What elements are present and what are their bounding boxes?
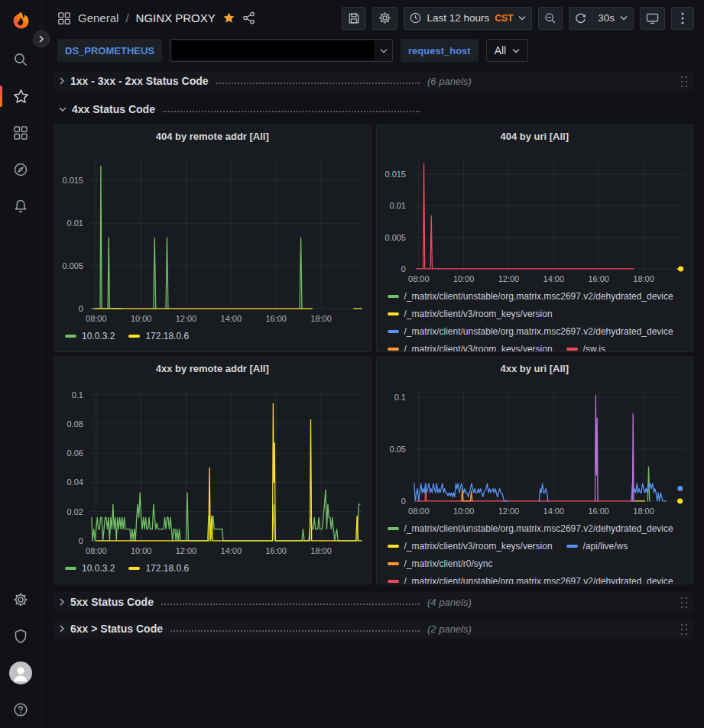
svg-text:14:00: 14:00 [543,274,563,283]
host-variable-label[interactable]: request_host [401,39,479,62]
legend-item[interactable]: 172.18.0.6 [128,563,189,574]
legend-item[interactable]: /_matrix/client/unstable/org.matrix.msc2… [388,576,673,584]
chart-canvas[interactable]: 08:0010:0012:0014:0016:0018:0000.0050.01… [377,147,693,287]
legend-row: 10.0.3.2172.18.0.6 [65,327,363,345]
legend-swatch [388,330,399,333]
panel-title[interactable]: 4xx by uri [All] [377,358,693,379]
chevron-down-icon [518,15,526,21]
sidebar-item-starred[interactable] [0,78,42,115]
dashboard-title[interactable]: NGINX PROXY [136,11,216,24]
tv-icon [646,12,659,24]
chart-legend: 10.0.3.2172.18.0.6 [54,327,371,345]
chevron-down-icon [620,15,628,21]
svg-text:0.01: 0.01 [67,218,83,228]
row-drag-handle[interactable] [680,75,688,88]
chart-canvas[interactable]: 08:0010:0012:0014:0016:0018:0000.020.040… [54,379,371,559]
chevron-right-icon [59,598,65,606]
svg-text:18:00: 18:00 [310,314,331,323]
row-panel-count: (6 panels) [427,76,472,87]
row-drag-handle[interactable] [680,596,688,609]
dotted-leader [216,83,420,84]
chevron-down-icon [59,106,67,112]
legend-item[interactable]: 172.18.0.6 [128,331,189,341]
svg-text:0.01: 0.01 [389,201,405,210]
timezone-label: CST [495,13,513,24]
dashboard-settings-button[interactable] [372,7,397,30]
grafana-logo-icon [11,11,31,31]
svg-text:0.1: 0.1 [72,390,83,400]
chevron-slot [375,48,392,53]
chart-canvas[interactable]: 08:0010:0012:0014:0016:0018:0000.0050.01… [54,147,371,327]
legend-label: 172.18.0.6 [145,563,189,574]
refresh-interval-picker[interactable]: 30s [592,7,634,30]
legend-item[interactable]: /_matrix/client/v3/room_keys/version [388,309,553,319]
datasource-select[interactable] [170,39,393,62]
panel-title[interactable]: 404 by remote addr [All] [54,125,371,147]
gear-icon [13,592,28,607]
legend-item[interactable]: /_matrix/client/v3/room_keys/version [388,344,553,352]
sidebar-bottom-group [0,581,42,728]
row-panel-count: (2 panels) [427,623,472,635]
save-dashboard-button[interactable] [342,7,366,30]
panel-title[interactable]: 404 by uri [All] [377,125,693,147]
apps-grid-icon [57,11,71,25]
sidebar-item-profile[interactable] [0,655,42,691]
toolbar: Last 12 hours CST [342,7,694,30]
legend-item[interactable]: 10.0.3.2 [65,331,115,341]
sidebar-item-dashboards[interactable] [0,115,42,151]
datasource-variable-label[interactable]: DS_PROMETHEUS [57,39,162,62]
sidebar-item-server-admin[interactable] [0,618,42,655]
sidebar-item-search[interactable] [0,41,42,78]
sidebar-item-explore[interactable] [0,151,42,188]
sidebar-item-alerting[interactable] [0,188,42,225]
time-range-picker[interactable]: Last 12 hours CST [404,7,532,30]
chart-legend: 10.0.3.2172.18.0.6 [54,559,371,577]
chevron-down-icon [380,48,388,53]
gear-icon [378,11,391,24]
svg-text:16:00: 16:00 [265,314,286,323]
legend-row: /_matrix/client/r0/sync [388,555,686,572]
breadcrumb-folder[interactable]: General [78,11,118,24]
svg-text:0: 0 [79,304,83,313]
row-title: 4xx Status Code [72,103,155,115]
search-icon [13,52,28,67]
panel-4xx-by-uri: 4xx by uri [All] 08:0010:0012:0014:0016:… [376,357,694,584]
legend-item[interactable]: /sw.js [566,344,605,352]
chevron-right-icon [59,77,65,85]
legend-item[interactable]: 10.0.3.2 [65,563,115,574]
chart-canvas[interactable]: 08:0010:0012:0014:0016:0018:0000.050.1 [377,379,693,519]
refresh-button[interactable] [569,7,592,30]
favorite-star-icon[interactable] [222,11,235,24]
row-drag-handle[interactable] [680,623,688,636]
row-header-1xx-3xx-2xx[interactable]: 1xx - 3xx - 2xx Status Code (6 panels) [54,71,693,91]
row-header-6xx[interactable]: 6xx > Status Code (2 panels) [54,619,693,639]
legend-item[interactable]: /_matrix/client/unstable/org.matrix.msc2… [388,523,673,534]
breadcrumb: General / NGINX PROXY [57,11,255,25]
sidebar-item-help[interactable] [0,691,42,728]
svg-text:0: 0 [401,264,405,273]
host-variable-value: All [495,44,507,57]
row-header-5xx[interactable]: 5xx Status Code (4 panels) [54,592,693,612]
legend-item[interactable]: /_matrix/client/unstable/org.matrix.msc2… [388,326,673,337]
panel-title[interactable]: 4xx by remote addr [All] [54,358,371,379]
svg-text:0.015: 0.015 [63,176,83,185]
zoom-out-time-button[interactable] [538,7,563,30]
legend-item[interactable]: /_matrix/client/r0/sync [388,558,493,569]
legend-row: /_matrix/client/unstable/org.matrix.msc2… [388,572,686,584]
legend-item[interactable]: /_matrix/client/unstable/org.matrix.msc2… [388,291,673,302]
host-variable-select[interactable]: All [486,39,529,62]
svg-text:14:00: 14:00 [221,546,242,555]
star-icon [13,89,29,105]
user-icon [9,662,32,684]
sidebar-item-configuration[interactable] [0,581,42,618]
legend-row: /_matrix/client/unstable/org.matrix.msc2… [388,322,686,340]
legend-label: /_matrix/client/v3/room_keys/version [404,541,553,552]
row-title: 1xx - 3xx - 2xx Status Code [70,75,209,87]
legend-item[interactable]: /_matrix/client/v3/room_keys/version [388,541,553,552]
cycle-view-mode-button[interactable] [640,7,665,30]
row-header-4xx[interactable]: 4xx Status Code [54,99,693,119]
expand-sidebar-button[interactable] [33,31,50,47]
legend-item[interactable]: /api/live/ws [566,541,628,552]
share-icon[interactable] [242,11,255,24]
more-options-button[interactable] [671,7,694,30]
